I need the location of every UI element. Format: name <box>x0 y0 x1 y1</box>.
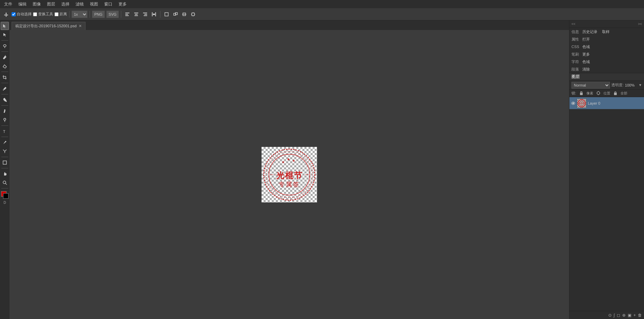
zoom-tool[interactable] <box>1 179 9 187</box>
history-label[interactable]: 历史记录 <box>582 29 597 34</box>
delete-layer-btn[interactable]: 🗑 <box>638 313 642 318</box>
align-left-icon[interactable] <box>123 10 131 18</box>
collapse-left-arrow[interactable]: << <box>571 21 576 27</box>
para-clear-row: 段落 清除 <box>569 65 644 73</box>
distance-checkbox[interactable]: 距离 <box>54 12 67 17</box>
lock-position-btn[interactable] <box>595 90 601 96</box>
svg-point-35 <box>4 109 5 111</box>
menu-window[interactable]: 窗口 <box>101 1 115 8</box>
pen-tool[interactable] <box>1 138 9 147</box>
move-tool-icon[interactable] <box>2 10 10 18</box>
open-label[interactable]: 打开 <box>582 37 590 42</box>
clear-label[interactable]: 清除 <box>582 67 590 72</box>
new-layer-btn[interactable]: + <box>633 313 636 318</box>
direct-select-tool[interactable] <box>1 31 9 39</box>
tool-sep-8 <box>1 137 8 137</box>
opacity-dropdown[interactable]: ▼ <box>639 83 642 87</box>
svg-rect-11 <box>155 12 156 16</box>
link-layers-btn[interactable]: ⊙ <box>608 313 612 318</box>
menu-select[interactable]: 选择 <box>59 1 72 8</box>
crop-tool[interactable] <box>1 73 9 81</box>
svg-text:专属签: 专属签 <box>279 181 300 188</box>
tool-sep-2 <box>1 51 8 52</box>
svg-rect-4 <box>134 13 138 13</box>
workspace: ★ ★ ★ 光棍节 专属签 <box>10 30 569 319</box>
attr-label: 属性 <box>571 37 581 42</box>
fill-tool[interactable] <box>1 96 9 104</box>
svg-rect-2 <box>125 14 128 15</box>
lasso-tool[interactable] <box>1 42 9 50</box>
layer-item[interactable]: 光棍节 Layer 0 <box>569 97 644 109</box>
selection-tool[interactable] <box>1 22 9 30</box>
menu-filter[interactable]: 滤镜 <box>73 1 87 8</box>
color-label[interactable]: 色域 <box>582 44 590 49</box>
svg-text:光棍节: 光棍节 <box>579 102 585 104</box>
color-swatch[interactable] <box>1 191 9 199</box>
lock-pixel-btn[interactable] <box>578 90 584 96</box>
group-btn[interactable]: ▣ <box>628 313 631 318</box>
bounds-icon-1[interactable] <box>162 10 171 18</box>
svg-rect-7 <box>143 13 147 13</box>
info-section: 信息 历史记录 取样 属性 打开 CSS 色域 笔刷 更多 字符 色域 <box>569 28 644 73</box>
distribute-icon[interactable] <box>150 10 158 18</box>
align-group <box>123 10 158 18</box>
auto-select-checkbox[interactable]: 自动选择 <box>12 12 32 17</box>
collapse-right-arrow[interactable]: >< <box>637 21 643 27</box>
svg-rect-6 <box>135 15 138 16</box>
sample-label[interactable]: 取样 <box>602 29 610 34</box>
align-right-icon[interactable] <box>141 10 149 18</box>
layer-eye-icon[interactable] <box>571 101 576 106</box>
right-panel: << >< 信息 历史记录 取样 属性 打开 CSS 色域 笔刷 更多 <box>569 20 644 319</box>
menu-file[interactable]: 文件 <box>1 1 15 8</box>
dodge-tool[interactable] <box>1 116 9 124</box>
canvas-area: 稿定设计导出-20190716-152001.psd ✕ ★ ★ ★ <box>10 20 569 319</box>
menu-image[interactable]: 图像 <box>30 1 44 8</box>
svg-rect-12 <box>153 14 155 15</box>
blend-mode-select[interactable]: Normal <box>571 82 610 89</box>
attr-open-row: 属性 打开 <box>569 35 644 43</box>
bounds-icon-3[interactable] <box>180 10 188 18</box>
menu-bar: 文件 编辑 图像 图层 选择 滤镜 视图 窗口 更多 <box>0 0 644 8</box>
shape-tool[interactable] <box>1 158 9 167</box>
tab-close-button[interactable]: ✕ <box>79 24 82 28</box>
layers-title: 图层 <box>571 74 580 80</box>
svg-button[interactable]: SVG <box>106 11 119 18</box>
eraser-tool[interactable] <box>1 62 9 70</box>
color2-label[interactable]: 色域 <box>582 59 590 64</box>
svg-line-43 <box>5 183 7 185</box>
canvas-tab[interactable]: 稿定设计导出-20190716-152001.psd ✕ <box>12 22 85 30</box>
bounds-icon-2[interactable] <box>171 10 179 18</box>
adjustment-btn[interactable]: ⊕ <box>622 313 626 318</box>
bounds-icon-4[interactable] <box>189 10 197 18</box>
lock-all-btn[interactable] <box>612 90 618 96</box>
path-select-tool[interactable] <box>1 147 9 155</box>
hand-tool[interactable] <box>1 170 9 178</box>
zoom-select[interactable]: 1x 2x 0.5x <box>72 11 88 18</box>
align-center-icon[interactable] <box>132 10 140 18</box>
menu-view[interactable]: 视图 <box>87 1 101 8</box>
svg-text:★: ★ <box>282 160 285 164</box>
smudge-tool[interactable] <box>1 107 9 115</box>
eyedropper-tool[interactable] <box>1 85 9 93</box>
svg-marker-56 <box>597 91 600 95</box>
menu-edit[interactable]: 编辑 <box>16 1 29 8</box>
mask-btn[interactable]: ◻ <box>617 313 620 318</box>
more-label[interactable]: 更多 <box>582 52 590 57</box>
menu-more[interactable]: 更多 <box>116 1 129 8</box>
text-tool[interactable]: T <box>1 127 9 135</box>
tab-bar: 稿定设计导出-20190716-152001.psd ✕ <box>10 20 569 30</box>
svg-marker-0 <box>4 12 8 17</box>
brush-tool[interactable] <box>1 53 9 61</box>
tool-sep-1 <box>1 40 8 41</box>
png-button[interactable]: PNG <box>92 11 105 18</box>
svg-rect-5 <box>135 14 138 15</box>
fx-btn[interactable]: ∫ <box>614 313 615 318</box>
transform-tool-checkbox[interactable]: 变换工具 <box>33 12 53 17</box>
right-panel-top: << >< <box>569 20 644 28</box>
svg-rect-22 <box>192 13 194 16</box>
menu-layer[interactable]: 图层 <box>44 1 58 8</box>
default-colors[interactable]: D <box>3 201 6 204</box>
background-color[interactable] <box>3 193 9 199</box>
tool-sep-11 <box>1 188 8 188</box>
layers-header: 图层 <box>569 73 644 81</box>
